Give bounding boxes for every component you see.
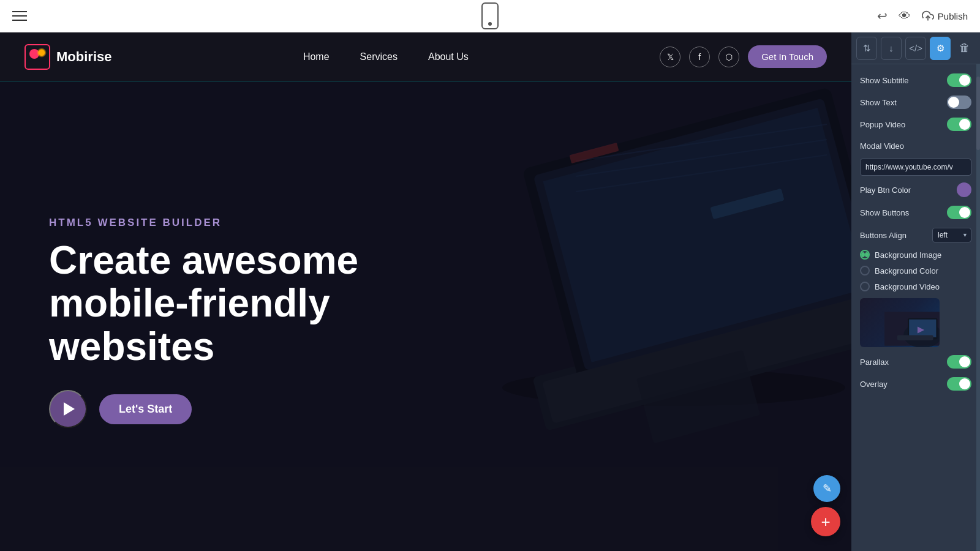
hero-subtitle: HTML5 WEBSITE BUILDER [49, 217, 447, 229]
background-image-label: Background Image [875, 250, 941, 260]
show-text-row: Show Text [851, 91, 980, 113]
mobile-preview-icon[interactable] [481, 2, 499, 29]
svg-rect-17 [897, 335, 933, 340]
publish-label: Publish [938, 11, 968, 21]
nav-about[interactable]: About Us [428, 51, 469, 62]
background-color-radio[interactable] [860, 266, 870, 276]
overlay-toggle-knob [959, 378, 970, 389]
popup-video-row: Popup Video [851, 113, 980, 135]
background-thumbnail[interactable] [860, 298, 940, 347]
nav-home[interactable]: Home [303, 51, 330, 62]
background-video-radio[interactable] [860, 282, 870, 291]
thumbnail-image [884, 310, 940, 347]
show-buttons-row: Show Buttons [851, 201, 980, 223]
publish-upload-icon [922, 10, 934, 22]
facebook-icon[interactable]: f [689, 47, 710, 67]
fab-edit-button[interactable]: ✎ [813, 475, 840, 502]
show-buttons-label: Show Buttons [860, 208, 909, 217]
settings-tool-button[interactable]: ⚙ [930, 37, 951, 60]
parallax-row: Parallax [851, 351, 980, 373]
website-preview: Mobirise Home Services About Us 𝕏 f ⬡ Ge… [0, 32, 851, 551]
buttons-align-select-wrapper: left center right [932, 228, 971, 242]
popup-video-label: Popup Video [860, 120, 905, 129]
hero-section: HTML5 WEBSITE BUILDER Create awesome mob… [0, 32, 851, 551]
site-nav: Home Services About Us [303, 51, 469, 62]
modal-video-label: Modal Video [860, 141, 904, 151]
modal-video-url-input[interactable] [860, 159, 971, 176]
site-navbar: Mobirise Home Services About Us 𝕏 f ⬡ Ge… [0, 32, 851, 81]
popup-video-toggle[interactable] [947, 118, 971, 131]
site-logo: Mobirise [24, 44, 111, 70]
toolbar-center [481, 2, 499, 29]
popup-video-toggle-knob [959, 119, 970, 130]
show-text-label: Show Text [860, 98, 897, 107]
overlay-label: Overlay [860, 380, 888, 389]
hero-title-line2: mobile-friendly websites [49, 281, 330, 368]
play-btn-color-label: Play Btn Color [860, 186, 911, 195]
background-video-label: Background Video [875, 282, 940, 291]
parallax-label: Parallax [860, 358, 889, 367]
site-nav-right: 𝕏 f ⬡ Get In Touch [660, 45, 827, 68]
play-btn-color-swatch[interactable] [957, 182, 971, 197]
hero-title-line1: Create awesome [49, 238, 358, 282]
hero-content: HTML5 WEBSITE BUILDER Create awesome mob… [49, 217, 447, 428]
top-toolbar: ↩ 👁 Publish [0, 0, 980, 32]
modal-video-url-wrapper [851, 156, 980, 178]
fab-add-button[interactable]: + [811, 507, 840, 536]
buttons-align-label: Buttons Align [860, 231, 907, 240]
show-text-toggle-knob [948, 97, 959, 108]
undo-icon[interactable]: ↩ [877, 9, 888, 23]
publish-button[interactable]: Publish [922, 10, 968, 22]
nav-services[interactable]: Services [360, 51, 398, 62]
play-button[interactable] [49, 390, 87, 428]
twitter-icon[interactable]: 𝕏 [660, 47, 680, 67]
instagram-icon[interactable]: ⬡ [718, 47, 739, 67]
overlay-row: Overlay [851, 373, 980, 395]
modal-video-row: Modal Video [851, 135, 980, 156]
buttons-align-row: Buttons Align left center right [851, 223, 980, 247]
show-text-toggle[interactable] [947, 96, 971, 109]
delete-tool-button[interactable]: 🗑 [954, 37, 975, 60]
parallax-toggle[interactable] [947, 355, 971, 369]
show-buttons-toggle[interactable] [947, 206, 971, 219]
pencil-icon: ✎ [823, 482, 832, 495]
add-icon: + [821, 512, 830, 531]
panel-settings: Show Subtitle Show Text Popup Video [851, 64, 980, 551]
background-image-row: Background Image [851, 247, 980, 263]
background-color-label: Background Color [875, 266, 938, 276]
get-in-touch-button[interactable]: Get In Touch [748, 45, 827, 68]
logo-sunburst-icon [37, 48, 47, 58]
background-color-row: Background Color [851, 263, 980, 279]
show-subtitle-label: Show Subtitle [860, 76, 909, 85]
hero-buttons: Let's Start [49, 390, 447, 428]
play-triangle-icon [64, 402, 75, 416]
radio-dot [861, 252, 865, 257]
toolbar-right: ↩ 👁 Publish [877, 9, 968, 23]
play-btn-color-row: Play Btn Color [851, 178, 980, 201]
logo-icon [24, 44, 50, 70]
code-tool-button[interactable]: </> [905, 37, 926, 60]
scrollbar-thumb[interactable] [976, 77, 980, 150]
parallax-toggle-knob [959, 356, 970, 367]
scrollbar-track [976, 64, 980, 551]
right-panel: ⇅ ↓ </> ⚙ 🗑 Show Subtitle Show Text [851, 32, 980, 551]
hero-title: Create awesome mobile-friendly websites [49, 239, 447, 368]
download-tool-button[interactable]: ↓ [881, 37, 902, 60]
show-subtitle-row: Show Subtitle [851, 69, 980, 91]
show-subtitle-toggle[interactable] [947, 73, 971, 87]
show-buttons-toggle-knob [959, 207, 970, 218]
background-image-radio[interactable] [860, 250, 870, 260]
background-video-row: Background Video [851, 279, 980, 294]
canvas-area: Mobirise Home Services About Us 𝕏 f ⬡ Ge… [0, 32, 980, 551]
preview-icon[interactable]: 👁 [899, 9, 911, 23]
reorder-tool-button[interactable]: ⇅ [856, 37, 877, 60]
toolbar-left [12, 11, 27, 21]
hamburger-menu[interactable] [12, 11, 27, 21]
overlay-toggle[interactable] [947, 377, 971, 391]
show-subtitle-toggle-knob [959, 75, 970, 86]
logo-text: Mobirise [56, 49, 111, 65]
svg-rect-16 [909, 320, 936, 337]
panel-toolbar: ⇅ ↓ </> ⚙ 🗑 [851, 32, 980, 64]
lets-start-button[interactable]: Let's Start [99, 394, 192, 424]
buttons-align-select[interactable]: left center right [932, 228, 971, 242]
